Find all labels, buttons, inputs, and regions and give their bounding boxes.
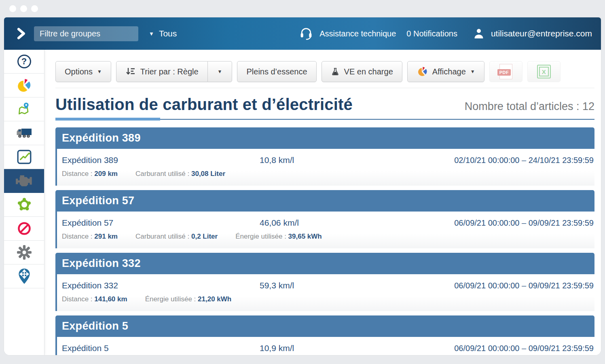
shipment-name: Expédition 332 [62, 281, 260, 290]
metric-value: 0,2 Liter [191, 233, 218, 240]
sort-dropdown-button[interactable]: ▼ [208, 61, 233, 82]
sidebar-item-restrictions[interactable] [4, 217, 44, 241]
shipment-card-header[interactable]: Expédition 57 [55, 190, 594, 212]
shipment-card: Expédition 332 Expédition 332 59,3 km/l … [55, 253, 594, 311]
top-navbar: ▼ Tous Assistance technique 0 Notificati… [4, 17, 601, 50]
display-pie-icon [417, 66, 428, 77]
fuel-efficiency-value: 10,8 km/l [260, 155, 294, 165]
group-scope-label: Tous [159, 29, 177, 38]
window-dot[interactable] [9, 5, 16, 12]
shipment-card-header[interactable]: Expédition 389 [55, 127, 594, 149]
engine-icon [14, 172, 34, 189]
display-label: Affichage [432, 67, 466, 76]
shipment-card-title: Expédition 389 [62, 132, 141, 144]
shipment-card: Expédition 57 Expédition 57 46,06 km/l 0… [55, 190, 594, 248]
sidebar-item-map[interactable] [4, 97, 44, 121]
trend-chart-icon [17, 149, 32, 165]
window-dot[interactable] [31, 5, 38, 12]
title-underline [55, 118, 594, 121]
metric-pair: Énergie utilisée : 39,65 kWh [235, 233, 322, 241]
user-email: utilisateur@entreprise.com [491, 29, 592, 38]
sidebar-item-help[interactable]: ? [4, 50, 44, 74]
shipment-row[interactable]: Expédition 5 10,9 km/l 06/09/21 00:00:00… [55, 337, 594, 355]
metric-value: 30,08 Liter [191, 170, 225, 178]
fuel-efficiency-value: 46,06 km/l [260, 218, 299, 228]
sidebar-item-vehicles[interactable] [4, 121, 44, 145]
ev-charging-label: VE en charge [344, 67, 393, 76]
sidebar-item-dispatch[interactable] [4, 265, 44, 288]
metric-pair: Carburant utilisé : 30,08 Liter [135, 170, 225, 178]
shipment-card: Expédition 389 Expédition 389 10,8 km/l … [55, 127, 594, 186]
chevron-down-icon: ▼ [97, 69, 102, 74]
main-content: Options ▼ Trier par : Règle [44, 50, 601, 355]
window-chrome [0, 0, 605, 17]
user-account[interactable]: utilisateur@entreprise.com [473, 28, 592, 40]
date-range: 06/09/21 00:00:00 – 09/09/21 23:59:59 [299, 218, 594, 228]
notifications-link[interactable]: 0 Notifications [406, 29, 457, 38]
group-filter-input[interactable] [34, 26, 138, 41]
fuel-fillups-label: Pleins d’essence [246, 67, 307, 76]
shipment-name: Expédition 5 [62, 343, 260, 353]
chevron-down-icon: ▼ [218, 69, 222, 74]
pdf-icon: PDF [499, 64, 512, 79]
metric-label: Distance : [62, 295, 93, 303]
metric-pair: Énergie utilisée : 21,20 kWh [145, 295, 232, 303]
display-button[interactable]: Affichage ▼ [407, 61, 484, 82]
options-button[interactable]: Options ▼ [55, 61, 111, 82]
sidebar-item-integrations[interactable] [4, 193, 44, 217]
metrics-line: Distance : 141,60 kmÉnergie utilisée : 2… [62, 295, 594, 303]
excel-icon: X [537, 65, 551, 78]
help-icon: ? [17, 55, 31, 68]
pie-chart-icon [16, 77, 32, 93]
settings-gear-icon [16, 244, 32, 260]
shipment-name: Expédition 57 [62, 218, 260, 228]
shipment-card: Expédition 5 Expédition 5 10,9 km/l 06/0… [55, 315, 594, 355]
flask-icon [331, 67, 340, 76]
metric-pair: Distance : 291 km [62, 233, 118, 241]
group-scope-dropdown[interactable]: ▼ Tous [149, 29, 177, 38]
metric-value: 291 km [94, 233, 118, 240]
window-dot[interactable] [20, 5, 27, 12]
date-range: 06/09/21 00:00:00 – 09/09/21 23:59:59 [294, 344, 594, 353]
sidebar-item-reports[interactable] [4, 145, 44, 169]
metric-value: 141,60 km [94, 295, 127, 303]
date-range: 06/09/21 00:00:00 – 09/09/21 23:59:59 [294, 281, 594, 290]
metric-label: Distance : [62, 233, 93, 240]
metric-label: Carburant utilisé : [135, 233, 189, 240]
export-pdf-button[interactable]: PDF [489, 61, 522, 82]
metric-pair: Carburant utilisé : 0,2 Liter [135, 233, 218, 241]
fuel-efficiency-value: 10,9 km/l [260, 343, 294, 353]
support-link[interactable]: Assistance technique [299, 27, 396, 40]
shipment-row[interactable]: Expédition 389 10,8 km/l 02/10/21 00:00:… [55, 149, 594, 186]
shipment-card-header[interactable]: Expédition 332 [55, 253, 594, 274]
menu-chevron-icon[interactable] [15, 28, 28, 40]
metric-value: 39,65 kWh [288, 233, 322, 240]
fuel-fillups-button[interactable]: Pleins d’essence [237, 61, 316, 82]
sidebar-item-fuel-usage[interactable] [4, 169, 44, 193]
sidebar-item-settings[interactable] [4, 241, 44, 265]
metric-value: 209 km [94, 170, 118, 178]
toolbar: Options ▼ Trier par : Règle [55, 50, 594, 88]
options-label: Options [65, 67, 93, 76]
shipment-card-title: Expédition 332 [62, 257, 141, 270]
metric-pair: Distance : 141,60 km [62, 295, 127, 303]
metric-label: Distance : [62, 170, 93, 178]
sort-label: Trier par : Règle [140, 67, 199, 76]
shipment-row[interactable]: Expédition 57 46,06 km/l 06/09/21 00:00:… [55, 212, 594, 248]
date-range: 02/10/21 00:00:00 – 24/10/21 23:59:59 [294, 156, 594, 165]
shipment-row[interactable]: Expédition 332 59,3 km/l 06/09/21 00:00:… [55, 274, 594, 311]
headset-icon [299, 27, 313, 40]
gear-nodes-icon [16, 197, 32, 213]
sort-button[interactable]: Trier par : Règle [116, 61, 208, 82]
export-excel-button[interactable]: X [527, 61, 561, 82]
metric-label: Carburant utilisé : [135, 170, 189, 178]
sort-icon [125, 67, 136, 76]
shipment-name: Expédition 389 [62, 155, 260, 165]
page-title: Utilisation de carburant et d’électricit… [55, 95, 353, 114]
sidebar: ? [4, 50, 44, 355]
ev-charging-button[interactable]: VE en charge [322, 61, 402, 82]
shipment-card-header[interactable]: Expédition 5 [55, 315, 594, 337]
sidebar-item-dashboard[interactable] [4, 74, 44, 97]
metric-label: Énergie utilisée : [145, 295, 196, 303]
chevron-down-icon: ▼ [470, 69, 475, 74]
